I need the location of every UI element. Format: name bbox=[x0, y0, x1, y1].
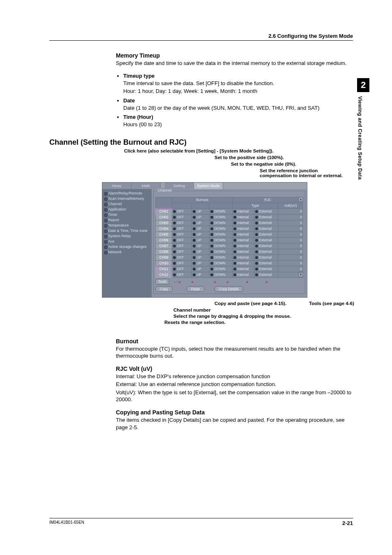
down-cell[interactable]: DOWN bbox=[210, 208, 233, 214]
down-cell[interactable]: DOWN bbox=[210, 249, 233, 254]
external-cell[interactable]: External bbox=[254, 237, 278, 243]
volt-cell[interactable]: 0 bbox=[278, 254, 303, 260]
up-cell[interactable]: UP bbox=[192, 272, 210, 278]
internal-cell[interactable]: Internal bbox=[233, 237, 254, 243]
sidebar-item[interactable]: Active storage changes bbox=[104, 244, 150, 250]
external-cell[interactable]: External bbox=[254, 249, 278, 254]
up-cell[interactable]: UP bbox=[192, 226, 210, 231]
volt-cell[interactable]: 0 bbox=[278, 226, 303, 231]
internal-cell[interactable]: Internal bbox=[233, 254, 254, 260]
off-cell[interactable]: OFF bbox=[172, 214, 192, 220]
off-cell[interactable]: OFF bbox=[172, 243, 192, 249]
internal-cell[interactable]: Internal bbox=[233, 214, 254, 220]
volt-cell[interactable]: 0 bbox=[278, 237, 303, 243]
external-cell[interactable]: External bbox=[254, 231, 278, 237]
channel-cell[interactable]: CH02 bbox=[156, 214, 172, 220]
up-cell[interactable]: UP bbox=[192, 214, 210, 220]
up-cell[interactable]: UP bbox=[192, 243, 210, 249]
internal-cell[interactable]: Internal bbox=[233, 266, 254, 272]
internal-cell[interactable]: Internal bbox=[233, 220, 254, 226]
external-cell[interactable]: External bbox=[254, 254, 278, 260]
volt-cell[interactable]: 0 bbox=[278, 260, 303, 266]
off-cell[interactable]: OFF bbox=[172, 237, 192, 243]
sidebar-item[interactable]: Alarm/Relay/Remote bbox=[104, 191, 150, 196]
channel-cell[interactable]: CH04 bbox=[156, 226, 172, 231]
external-cell[interactable]: External bbox=[254, 220, 278, 226]
up-cell[interactable]: UP bbox=[192, 208, 210, 214]
off-cell[interactable]: OFF bbox=[172, 260, 192, 266]
sidebar-item[interactable]: Report bbox=[104, 217, 150, 223]
down-cell[interactable]: DOWN bbox=[210, 243, 233, 249]
down-cell[interactable]: DOWN bbox=[210, 226, 233, 231]
tab-meas[interactable]: Meas bbox=[102, 183, 131, 189]
channel-cell[interactable]: CH09 bbox=[156, 254, 172, 260]
down-cell[interactable]: DOWN bbox=[210, 231, 233, 237]
down-cell[interactable]: DOWN bbox=[210, 254, 233, 260]
volt-cell[interactable]: 0 bbox=[278, 243, 303, 249]
internal-cell[interactable]: Internal bbox=[233, 249, 254, 254]
volt-cell[interactable]: 0 bbox=[278, 231, 303, 237]
tools-button[interactable]: Tools bbox=[155, 279, 169, 284]
off-cell[interactable]: OFF bbox=[172, 249, 192, 254]
channel-cell[interactable]: CH01 bbox=[156, 208, 172, 214]
channel-cell[interactable]: CH05 bbox=[156, 231, 172, 237]
volt-cell[interactable]: 0 bbox=[278, 220, 303, 226]
sidebar-item[interactable]: Network bbox=[104, 250, 150, 255]
up-cell[interactable]: UP bbox=[192, 266, 210, 272]
tab-system-mode[interactable]: System Mode bbox=[194, 183, 223, 189]
down-cell[interactable]: DOWN bbox=[210, 266, 233, 272]
down-cell[interactable]: DOWN bbox=[210, 272, 233, 278]
off-cell[interactable]: OFF bbox=[172, 208, 192, 214]
volt-cell[interactable]: 0 bbox=[278, 214, 303, 220]
down-cell[interactable]: DOWN bbox=[210, 220, 233, 226]
off-cell[interactable]: OFF bbox=[172, 266, 192, 272]
volt-cell[interactable]: 0 bbox=[278, 208, 303, 214]
internal-cell[interactable]: Internal bbox=[233, 260, 254, 266]
external-cell[interactable]: External bbox=[254, 214, 278, 220]
up-cell[interactable]: UP bbox=[192, 237, 210, 243]
off-cell[interactable]: OFF bbox=[172, 220, 192, 226]
external-cell[interactable]: External bbox=[254, 260, 278, 266]
sidebar-item[interactable]: Channel bbox=[104, 201, 150, 207]
scroll-down-icon[interactable]: ▼ bbox=[298, 272, 303, 277]
down-cell[interactable]: DOWN bbox=[210, 260, 233, 266]
off-cell[interactable]: OFF bbox=[172, 254, 192, 260]
internal-cell[interactable]: Internal bbox=[233, 243, 254, 249]
up-cell[interactable]: UP bbox=[192, 249, 210, 254]
sidebar-item[interactable]: Aux bbox=[104, 239, 150, 244]
sidebar-item[interactable]: Scan Interval/Memory bbox=[104, 196, 150, 201]
channel-cell[interactable]: CH08 bbox=[156, 249, 172, 254]
channel-cell[interactable]: CH12 bbox=[156, 272, 172, 278]
internal-cell[interactable]: Internal bbox=[233, 272, 254, 278]
paste-button[interactable]: Paste bbox=[187, 286, 205, 292]
volt-cell[interactable]: 0 bbox=[278, 266, 303, 272]
sidebar-item[interactable]: Application bbox=[104, 207, 150, 212]
off-cell[interactable]: OFF bbox=[172, 226, 192, 231]
copy-button[interactable]: Copy bbox=[155, 286, 173, 292]
external-cell[interactable]: External bbox=[254, 243, 278, 249]
channel-cell[interactable]: CH11 bbox=[156, 266, 172, 272]
external-cell[interactable]: External bbox=[254, 208, 278, 214]
channel-cell[interactable]: CH07 bbox=[156, 243, 172, 249]
external-cell[interactable]: External bbox=[254, 272, 278, 278]
volt-cell[interactable]: 0 bbox=[278, 249, 303, 254]
down-cell[interactable]: DOWN bbox=[210, 214, 233, 220]
sidebar-item[interactable]: System Relay bbox=[104, 234, 150, 239]
channel-cell[interactable]: CH10 bbox=[156, 260, 172, 266]
scroll-up-icon[interactable]: ▲ bbox=[298, 197, 303, 202]
sidebar-item[interactable]: Timer bbox=[104, 212, 150, 217]
external-cell[interactable]: External bbox=[254, 266, 278, 272]
copy-details-button[interactable]: Copy Details bbox=[214, 286, 243, 292]
off-cell[interactable]: OFF bbox=[172, 272, 192, 278]
up-cell[interactable]: UP bbox=[192, 220, 210, 226]
up-cell[interactable]: UP bbox=[192, 254, 210, 260]
external-cell[interactable]: External bbox=[254, 226, 278, 231]
internal-cell[interactable]: Internal bbox=[233, 231, 254, 237]
down-cell[interactable]: DOWN bbox=[210, 237, 233, 243]
channel-cell[interactable]: CH06 bbox=[156, 237, 172, 243]
up-cell[interactable]: UP bbox=[192, 231, 210, 237]
channel-cell[interactable]: CH03 bbox=[156, 220, 172, 226]
up-cell[interactable]: UP bbox=[192, 260, 210, 266]
sidebar-item[interactable]: Temperature bbox=[104, 223, 150, 228]
internal-cell[interactable]: Internal bbox=[233, 208, 254, 214]
